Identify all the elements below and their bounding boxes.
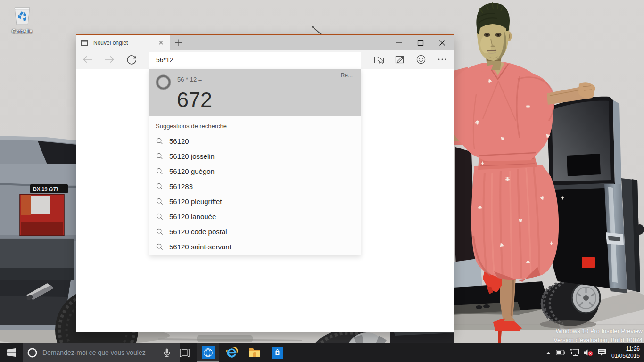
- svg-text:BX 19: BX 19: [33, 186, 48, 192]
- svg-text:GTi: GTi: [49, 186, 58, 193]
